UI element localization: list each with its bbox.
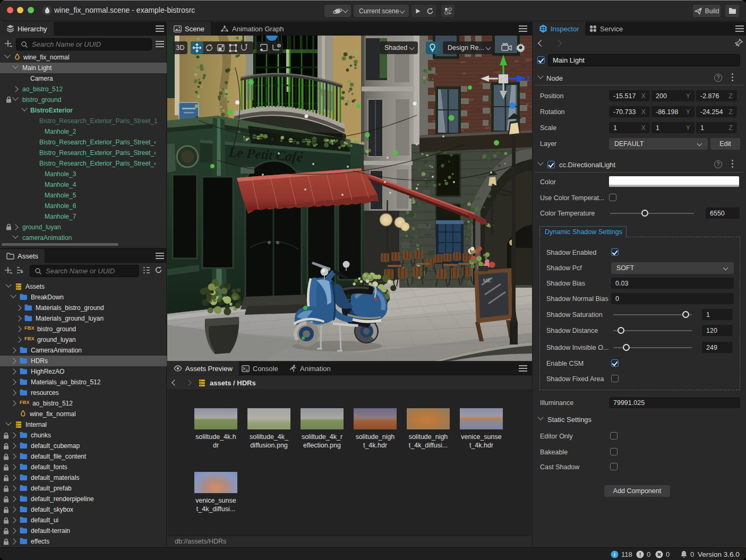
svg-text:i: i	[614, 552, 615, 557]
svg-text:ME: ME	[483, 277, 492, 283]
svg-text:!: !	[639, 552, 641, 558]
svg-text:Z: Z	[527, 76, 530, 82]
